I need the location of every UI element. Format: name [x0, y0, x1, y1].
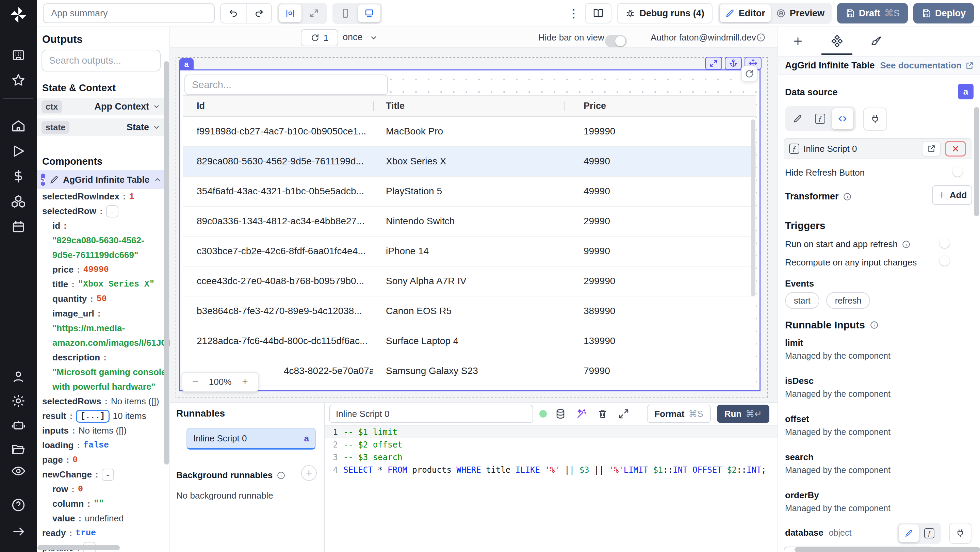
add-background-runnable-button[interactable]	[301, 465, 317, 481]
table-row[interactable]: f991898d-cb27-4ac7-b10c-0b9050ce1...MacB…	[183, 117, 756, 147]
table-row[interactable]: c303bce7-cb2e-42c6-8fdf-6aa01fc4e4...iPh…	[183, 237, 756, 266]
delete-icon[interactable]	[595, 406, 610, 421]
schedule-dropdown[interactable]: once	[343, 32, 363, 43]
table-row[interactable]: 354f6afd-43ac-4321-b1bc-0b5e5adcb...Play…	[183, 177, 756, 207]
expand-array-chip[interactable]: [...]	[76, 410, 109, 423]
output-line[interactable]: amazon.com/images/I/61JGKho	[37, 336, 170, 350]
anchor-component-button[interactable]	[725, 57, 742, 70]
resources-icon[interactable]	[11, 194, 26, 209]
outputs-horizontal-scrollbar[interactable]	[37, 545, 120, 550]
expand-object-chip[interactable]: -	[106, 205, 118, 218]
context-row-ctx[interactable]: ctx App Context	[37, 98, 165, 115]
output-line[interactable]: description:	[37, 350, 170, 365]
settings-icon[interactable]	[11, 393, 26, 408]
output-line[interactable]: title:"Xbox Series X"	[37, 277, 170, 292]
open-script-button[interactable]	[922, 141, 941, 157]
app-summary-input[interactable]: App summary	[43, 3, 215, 23]
search-outputs-input[interactable]: Search outputs...	[41, 50, 161, 72]
component-settings-tab[interactable]	[817, 27, 856, 55]
table-vertical-scrollbar[interactable]	[751, 119, 756, 296]
desktop-view-toggle[interactable]	[358, 5, 380, 22]
output-line[interactable]: value:undefined	[37, 511, 170, 526]
column-header-price[interactable]: Price	[564, 101, 756, 111]
output-line[interactable]: "829ca080-5630-4562-	[37, 233, 170, 248]
output-line[interactable]: selectedRows:No items ([])	[37, 394, 170, 409]
output-line[interactable]: "https://m.media-	[37, 321, 170, 336]
ai-wand-icon[interactable]	[574, 406, 589, 421]
output-line[interactable]: selectedRow:-	[37, 204, 170, 218]
docs-button[interactable]	[585, 4, 611, 23]
home-icon[interactable]	[11, 118, 26, 134]
chevron-down-icon[interactable]	[369, 33, 378, 42]
mobile-view-toggle[interactable]	[334, 5, 356, 22]
runs-icon[interactable]	[11, 144, 26, 159]
expand-object-chip[interactable]: -	[102, 469, 114, 481]
see-documentation-link[interactable]: See documentation	[880, 60, 974, 71]
template-fx-icon[interactable]: ƒ	[810, 108, 830, 129]
run-button[interactable]: Run⌘↵	[717, 405, 769, 423]
event-chip-start[interactable]: start	[785, 292, 819, 309]
static-edit-icon[interactable]	[787, 108, 808, 129]
attached-script-row[interactable]: ƒ Inline Script 0	[784, 138, 972, 159]
output-line[interactable]: result:[...]10 items	[37, 409, 170, 423]
output-line[interactable]: row:0	[37, 482, 170, 496]
collapse-sidebar-icon[interactable]	[11, 524, 26, 539]
settings-horizontal-scrollbar[interactable]	[795, 547, 980, 552]
chevron-up-icon[interactable]	[153, 176, 162, 184]
code-line[interactable]: 1-- $1 limit	[325, 426, 778, 438]
redo-button[interactable]	[246, 4, 271, 23]
zoom-in-button[interactable]: +	[238, 376, 252, 388]
zoom-out-button[interactable]: −	[189, 376, 202, 388]
detach-script-button[interactable]	[945, 141, 966, 157]
output-line[interactable]: inputs:No items ([])	[37, 423, 170, 438]
code-line[interactable]: 2-- $2 offset	[325, 438, 778, 451]
draft-button[interactable]: Draft⌘S	[837, 3, 908, 24]
folders-icon[interactable]	[11, 442, 26, 457]
output-line[interactable]: page:0	[37, 453, 170, 467]
component-refresh-button[interactable]	[741, 66, 757, 82]
table-row[interactable]: 89c0a336-1343-4812-ac34-e4bb8e27...Ninte…	[183, 207, 756, 237]
table-row[interactable]: ccee43dc-27e0-40a8-b768-b09579b0...Sony …	[183, 266, 756, 296]
tab-preview[interactable]: Preview	[771, 5, 830, 22]
undo-button[interactable]	[221, 4, 246, 23]
event-chip-refresh[interactable]: refresh	[826, 292, 870, 309]
debug-runs-button[interactable]: Debug runs (4)	[617, 3, 713, 24]
template-fx-icon[interactable]: ƒ	[920, 525, 939, 542]
help-icon[interactable]	[11, 498, 26, 512]
code-line[interactable]: 3-- $3 search	[325, 451, 778, 463]
outputs-vertical-scrollbar[interactable]	[164, 61, 169, 465]
static-edit-icon[interactable]	[899, 525, 919, 542]
output-line[interactable]: selectedRowIndex:1	[37, 189, 170, 204]
refresh-count-button[interactable]: 1	[301, 29, 338, 46]
table-row[interactable]: 2128adca-7fc6-44bd-800c-dc115df6ac...Sur…	[183, 326, 756, 356]
output-line[interactable]: id:	[37, 218, 170, 233]
schedules-icon[interactable]	[11, 219, 26, 234]
workers-icon[interactable]	[11, 418, 26, 433]
output-line[interactable]: price:49990	[37, 262, 170, 277]
connect-plug-button[interactable]	[863, 108, 887, 131]
styling-tab[interactable]	[856, 27, 896, 55]
format-button[interactable]: Format⌘S	[647, 405, 711, 423]
deploy-button[interactable]: Deploy	[913, 3, 974, 24]
component-tree-item[interactable]: a AgGrid Infinite Table	[37, 170, 165, 189]
table-row[interactable]: 4c83-8022-5e70a07a2...Samsung Galaxy S23…	[183, 356, 756, 386]
sql-code-editor[interactable]: 1-- $1 limit2-- $2 offset3-- $3 search4S…	[325, 426, 778, 552]
connect-plug-button[interactable]	[949, 523, 972, 544]
output-line[interactable]: column:""	[37, 496, 170, 511]
output-line[interactable]: newChange:-	[37, 467, 170, 482]
tab-editor[interactable]: Editor	[720, 5, 771, 22]
output-line[interactable]: image_url:	[37, 306, 170, 321]
database-icon[interactable]	[553, 406, 568, 421]
script-name-input[interactable]: Inline Script 0	[329, 405, 533, 423]
canvas[interactable]: a Search... IdTitlePrice f991898d-cb27-4…	[170, 48, 778, 429]
table-search-input[interactable]: Search...	[185, 75, 388, 95]
output-line[interactable]: "Microsoft gaming console	[37, 365, 170, 379]
context-row-state[interactable]: state State	[37, 118, 165, 136]
output-line[interactable]: loading:false	[37, 438, 170, 453]
info-icon[interactable]	[902, 240, 911, 249]
output-line[interactable]: quantity:50	[37, 292, 170, 306]
fullwidth-layout-toggle[interactable]	[303, 5, 325, 22]
code-line[interactable]: 4SELECT * FROM products WHERE title ILIK…	[325, 463, 778, 476]
add-transformer-button[interactable]: Add	[932, 185, 972, 205]
users-icon[interactable]	[11, 369, 26, 384]
